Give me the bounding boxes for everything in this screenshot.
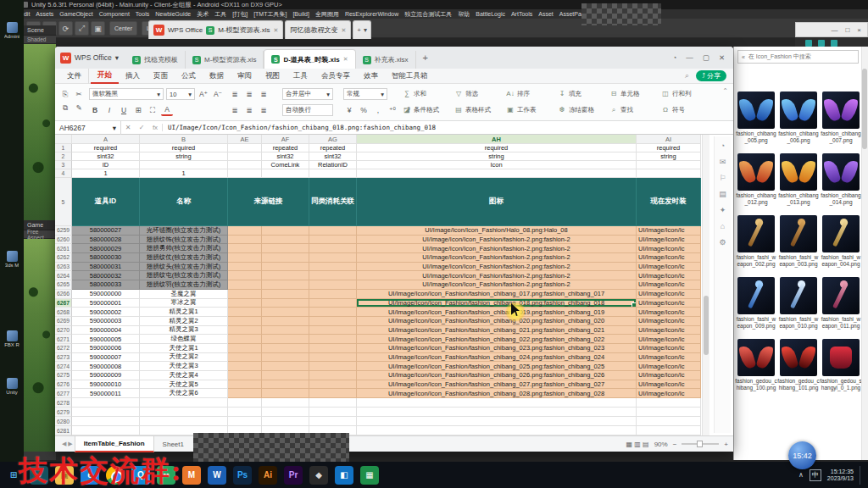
file-item[interactable]: fashion_chibang_014.png	[820, 152, 862, 214]
align-icon[interactable]: ≣	[229, 88, 241, 100]
cell-ag[interactable]	[309, 226, 357, 236]
explorer-scrollbar-thumb[interactable]	[862, 69, 867, 149]
row-header[interactable]: 2	[55, 152, 72, 161]
ribbon-tool-条件格式[interactable]: ◪条件格式	[403, 103, 452, 116]
cell-item-id[interactable]: 580000032	[72, 271, 140, 280]
italic-button[interactable]: I	[103, 104, 115, 116]
grid-cell[interactable]	[262, 408, 309, 417]
select-all-corner[interactable]	[55, 135, 72, 144]
share-button[interactable]: ⤴分享	[696, 70, 726, 81]
align-icon[interactable]: ≣	[243, 88, 255, 100]
number-format-select[interactable]: 常规▾	[343, 88, 387, 100]
cell-item-id[interactable]: 580000027	[72, 226, 140, 236]
cell-name[interactable]: 翅膀勇帅(独立攻击力测试)	[140, 244, 228, 253]
cell-ag[interactable]	[309, 317, 357, 326]
row-header[interactable]: 6267	[55, 299, 72, 308]
grid-cell[interactable]: required	[637, 144, 701, 152]
cell-ae[interactable]	[228, 317, 262, 326]
taskbar-icon-word[interactable]: W	[208, 466, 226, 485]
cell-ag[interactable]	[309, 371, 357, 380]
grid-cell[interactable]: ID	[72, 161, 140, 169]
file-item[interactable]: fashion_fashi_weapon_010.png	[777, 276, 820, 338]
grid-cell[interactable]	[637, 408, 701, 417]
new-tab-button[interactable]: + ▾	[353, 20, 371, 39]
ribbon-tab-数据[interactable]: 数据	[203, 69, 231, 84]
file-item[interactable]: fashion_fashi_weapon_009.png	[735, 276, 777, 338]
grid-cell[interactable]	[72, 417, 140, 426]
cell-icon-path[interactable]: UI/Image/Icon/Icon_Fashion/fashion_chiba…	[357, 326, 637, 336]
row-header[interactable]: 3	[55, 161, 72, 169]
plus-icon[interactable]: +	[357, 26, 361, 34]
desktop-icon[interactable]: Unity	[2, 378, 22, 395]
ribbon-tab-智能工具箱[interactable]: 智能工具箱	[385, 69, 435, 84]
cell-icon-path[interactable]: UI/Image/Icon/Icon_Fashion/fashion_chiba…	[357, 389, 637, 398]
header-item-id[interactable]: 道具ID	[72, 178, 140, 226]
cell-right-clipped[interactable]: UI/Image/Icon/Ic	[637, 389, 701, 398]
cell-item-id[interactable]: 590000001	[72, 299, 140, 308]
column-header-AH[interactable]: AH	[357, 135, 637, 144]
cell-name[interactable]: 天使之翼6	[140, 389, 228, 398]
scene-viewport[interactable]	[24, 44, 56, 220]
grid-cell[interactable]	[140, 408, 228, 417]
file-item[interactable]: fashion_gedou_chibang_101.png	[777, 338, 820, 400]
cell-af[interactable]	[262, 317, 309, 326]
grid-cell[interactable]: required	[357, 144, 637, 152]
column-header-AE[interactable]: AE	[228, 135, 262, 144]
cell-af[interactable]	[262, 226, 309, 236]
sidebar-icon[interactable]: ◔	[721, 141, 725, 150]
cell-name[interactable]: 翅膀纹头(独立攻击力测试)	[140, 263, 228, 272]
cell-name[interactable]: 精灵之翼1	[140, 308, 228, 317]
unity-menu-item[interactable]: ArtTools	[511, 11, 532, 17]
header-right[interactable]: 现在发时装	[637, 178, 701, 226]
row-header[interactable]: 6274	[55, 362, 72, 371]
cell-af[interactable]	[262, 299, 309, 308]
cell-name[interactable]: 精灵之翼2	[140, 317, 228, 326]
sidebar-icon[interactable]: ⌂	[721, 222, 725, 230]
row-header[interactable]: 6261	[55, 244, 72, 253]
desktop-icon[interactable]: Admini	[2, 22, 22, 39]
header-relation[interactable]: 同类消耗关联	[309, 178, 357, 226]
cell-af[interactable]	[262, 308, 309, 317]
cell-icon-path[interactable]: UI/Image/Icon/Icon_Fashion/fashion_chiba…	[357, 380, 637, 390]
cell-af[interactable]	[262, 389, 309, 398]
unity-menu-item[interactable]: Component	[99, 11, 130, 17]
grid-cell[interactable]	[309, 408, 357, 417]
cell-ae[interactable]	[228, 389, 262, 398]
cell-name[interactable]: 天使之翼5	[140, 380, 228, 390]
align-icon[interactable]: ≣	[258, 104, 270, 116]
cell-name[interactable]: 精灵之翼3	[140, 326, 228, 336]
grid-cell[interactable]: required	[140, 144, 228, 152]
grid-cell[interactable]: repeated	[262, 144, 309, 152]
unity-menu-item[interactable]: 工具	[214, 10, 226, 19]
file-item[interactable]: fashion_fashi_weapon_011.png	[820, 276, 862, 338]
clipboard-icon[interactable]: ✎	[73, 102, 85, 114]
row-header[interactable]: 4	[55, 169, 72, 178]
grid-cell[interactable]: RelationID	[309, 161, 357, 169]
cell-ae[interactable]	[228, 236, 262, 245]
back-icon[interactable]: «	[742, 54, 745, 60]
clipboard-icon[interactable]: ✂	[73, 88, 85, 100]
game-viewport[interactable]	[24, 239, 56, 452]
fill-color-button[interactable]: ⛶	[147, 104, 159, 116]
cell-ag[interactable]	[309, 290, 357, 299]
taskbar-icon-photoshop[interactable]: Ps	[233, 466, 252, 485]
file-item[interactable]: fashion_chibang_006.png	[777, 91, 820, 152]
tray-clock[interactable]: 15:12:35 2023/9/13	[827, 469, 854, 482]
file-item[interactable]: fashion_chibang_005.png	[735, 91, 777, 152]
cell-item-id[interactable]: 590000009	[72, 371, 140, 380]
chat-window-tab[interactable]: 阿忆德教程文变 ✕	[285, 20, 351, 39]
sidebar-icon[interactable]: ✦	[720, 206, 726, 214]
row-header[interactable]: 6263	[55, 263, 72, 272]
cell-icon-path[interactable]: UI/Image/Icon/Icon_Fashion/fashion-2.png…	[357, 244, 637, 253]
underline-button[interactable]: U	[118, 104, 130, 116]
ribbon-tab-开始[interactable]: 开始	[91, 69, 119, 84]
cell-right-clipped[interactable]: UI/Image/Icon/Ic	[637, 244, 701, 253]
cell-right-clipped[interactable]: UI/Image/Icon/Ic	[637, 362, 701, 371]
grid-cell[interactable]	[228, 398, 262, 408]
row-header[interactable]: 6265	[55, 280, 72, 290]
grow-font-button[interactable]: A⁺	[198, 88, 209, 100]
grid-cell[interactable]	[228, 152, 262, 161]
cell-right-clipped[interactable]: UI/Image/Icon/Ic	[637, 280, 701, 290]
cell-ag[interactable]	[309, 280, 357, 290]
grid-cell[interactable]	[140, 417, 228, 426]
